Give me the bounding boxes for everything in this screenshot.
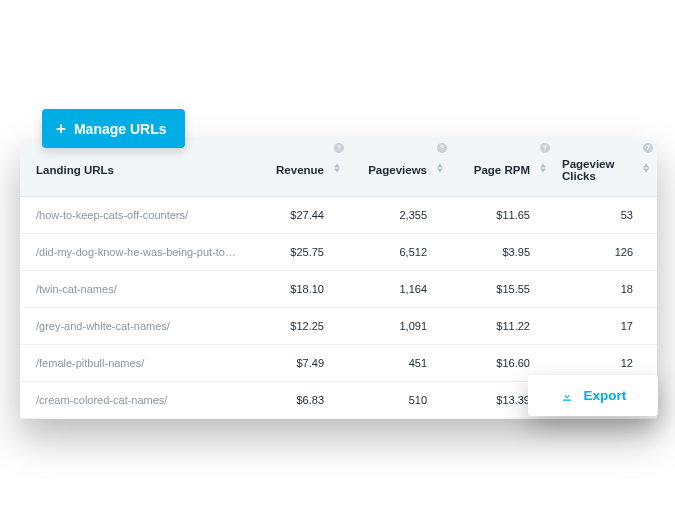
manage-urls-button[interactable]: + Manage URLs (42, 109, 185, 148)
col-page-rpm-label: Page RPM (474, 164, 530, 176)
export-button[interactable]: Export (528, 375, 658, 416)
col-page-rpm[interactable]: Page RPM ? (451, 140, 554, 196)
cell-clicks: 17 (554, 308, 657, 344)
cell-revenue: $12.25 (245, 308, 348, 344)
cell-pageviews: 451 (348, 345, 451, 381)
table-row[interactable]: /twin-cat-names/ $18.10 1,164 $15.55 18 (20, 271, 657, 308)
cell-url[interactable]: /cream-colored-cat-names/ (20, 382, 245, 418)
table-row[interactable]: /how-to-keep-cats-off-counters/ $27.44 2… (20, 197, 657, 234)
plus-icon: + (56, 120, 66, 137)
help-icon[interactable]: ? (643, 143, 653, 153)
cell-rpm: $11.65 (451, 197, 554, 233)
sort-icon[interactable] (540, 164, 548, 173)
col-landing-urls[interactable]: Landing URLs (20, 140, 245, 196)
sort-icon[interactable] (437, 164, 445, 173)
col-revenue[interactable]: Revenue ? (245, 140, 348, 196)
col-pageviews[interactable]: Pageviews ? (348, 140, 451, 196)
cell-revenue: $25.75 (245, 234, 348, 270)
col-pageviews-label: Pageviews (368, 164, 427, 176)
help-icon[interactable]: ? (540, 143, 550, 153)
table-row[interactable]: /grey-and-white-cat-names/ $12.25 1,091 … (20, 308, 657, 345)
cell-revenue: $18.10 (245, 271, 348, 307)
cell-rpm: $11.22 (451, 308, 554, 344)
cell-url[interactable]: /how-to-keep-cats-off-counters/ (20, 197, 245, 233)
col-revenue-label: Revenue (276, 164, 324, 176)
cell-url[interactable]: /did-my-dog-know-he-was-being-put-to-sle… (20, 234, 245, 270)
cell-rpm: $15.55 (451, 271, 554, 307)
col-pageview-clicks-label: Pageview Clicks (562, 158, 633, 182)
download-icon (560, 389, 574, 403)
cell-pageviews: 1,164 (348, 271, 451, 307)
col-landing-urls-label: Landing URLs (36, 164, 114, 176)
help-icon[interactable]: ? (437, 143, 447, 153)
cell-pageviews: 2,355 (348, 197, 451, 233)
cell-pageviews: 6,512 (348, 234, 451, 270)
manage-urls-label: Manage URLs (74, 121, 167, 137)
cell-pageviews: 1,091 (348, 308, 451, 344)
help-icon[interactable]: ? (334, 143, 344, 153)
cell-url[interactable]: /grey-and-white-cat-names/ (20, 308, 245, 344)
col-pageview-clicks[interactable]: Pageview Clicks ? (554, 140, 657, 196)
cell-rpm: $3.95 (451, 234, 554, 270)
cell-revenue: $27.44 (245, 197, 348, 233)
export-label: Export (584, 388, 627, 403)
cell-revenue: $7.49 (245, 345, 348, 381)
cell-pageviews: 510 (348, 382, 451, 418)
cell-clicks: 53 (554, 197, 657, 233)
sort-icon[interactable] (334, 164, 342, 173)
cell-revenue: $6.83 (245, 382, 348, 418)
cell-url[interactable]: /twin-cat-names/ (20, 271, 245, 307)
cell-url[interactable]: /female-pitbull-names/ (20, 345, 245, 381)
table-header: Landing URLs Revenue ? Pageviews ? Page … (20, 140, 657, 197)
sort-icon[interactable] (643, 164, 651, 173)
cell-clicks: 126 (554, 234, 657, 270)
table-row[interactable]: /did-my-dog-know-he-was-being-put-to-sle… (20, 234, 657, 271)
cell-clicks: 18 (554, 271, 657, 307)
